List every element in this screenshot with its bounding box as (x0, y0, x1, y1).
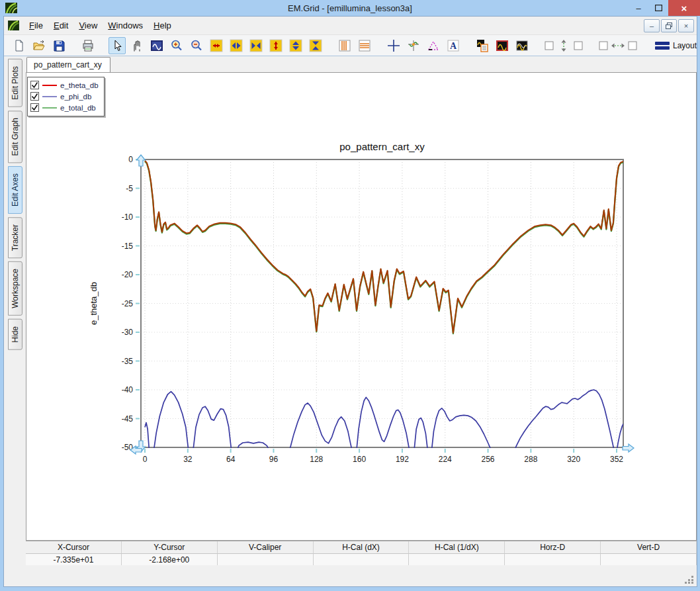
crosshair-icon (387, 39, 400, 52)
svg-text:160: 160 (353, 455, 366, 464)
pan-hand-icon (130, 39, 144, 52)
y-axis-top-handle[interactable] (137, 155, 146, 166)
svg-text:-25: -25 (122, 299, 134, 308)
plot-properties-icon (476, 39, 489, 52)
select-arrow-icon (110, 39, 124, 52)
save-button[interactable] (50, 37, 67, 54)
svg-text:192: 192 (396, 455, 409, 464)
zoom-window-button[interactable] (148, 37, 165, 54)
legend-checkbox-e_total_db[interactable] (30, 103, 39, 112)
chart-canvas[interactable]: 03264961281601922242562883203520-5-10-15… (81, 139, 636, 473)
svg-text:224: 224 (439, 455, 452, 464)
pan-tool-button[interactable] (128, 37, 146, 54)
menu-view[interactable]: View (73, 18, 103, 33)
menu-items: FileEditViewWindowsHelp (24, 18, 177, 33)
text-annotation-button[interactable]: A (445, 37, 462, 54)
print-button[interactable] (79, 37, 97, 54)
svg-text:-15: -15 (122, 242, 134, 251)
curve-e_theta_db (145, 161, 623, 333)
x-axis-right-handle[interactable] (623, 444, 634, 452)
svg-text:128: 128 (310, 455, 323, 464)
stretch-x-out-button[interactable] (228, 37, 245, 54)
legend-row-e_theta_db[interactable]: e_theta_db (30, 79, 99, 91)
sidebar-tab-tracker[interactable]: Tracker (8, 217, 22, 258)
select-tool-button[interactable] (109, 37, 126, 54)
sidebar-tab-workspace[interactable]: Workspace (8, 261, 22, 316)
legend-row-e_phi_db[interactable]: e_phi_db (30, 91, 99, 102)
mdi-window-buttons: – × (644, 19, 694, 32)
expand-x-button[interactable] (208, 37, 225, 54)
svg-text:-45: -45 (122, 414, 134, 424)
app-window: EM.Grid - [emillumina_lesson3a] – × File… (0, 0, 700, 591)
status-bar: X-CursorY-CursorV-CaliperH-Cal (dX)H-Cal… (26, 541, 697, 566)
curve-e_phi_db (145, 390, 623, 459)
tracker-cursor-button[interactable] (405, 37, 422, 54)
curves (145, 161, 623, 459)
crosshair-cursor-button[interactable] (385, 37, 402, 54)
bottom-strip (26, 566, 697, 586)
plot-canvas[interactable]: e_theta_dbe_phi_dbe_total_db 03264961281… (26, 72, 697, 541)
stretch-y-in-button[interactable] (307, 37, 324, 54)
overlay-plots-button[interactable] (513, 37, 531, 54)
sidebar-tab-edit-axes[interactable]: Edit Axes (8, 166, 22, 214)
tracker-cursor-icon (407, 39, 420, 52)
layout-dropdown-button[interactable]: Layout (651, 40, 700, 52)
legend-checkbox-e_theta_db[interactable] (30, 81, 39, 89)
horizontal-grid-lines-button[interactable] (356, 37, 373, 54)
chart-title: po_pattern_cart_xy (339, 141, 425, 152)
maximize-icon (655, 5, 662, 11)
mdi-close-button[interactable]: × (678, 19, 694, 32)
status-value-vert-d (601, 553, 697, 565)
document-logo-icon (8, 21, 19, 30)
legend-label: e_phi_db (60, 93, 91, 101)
svg-text:0: 0 (143, 455, 148, 464)
status-value-h-cal-dx- (314, 553, 410, 565)
mdi-restore-button[interactable] (661, 19, 677, 32)
maximize-button[interactable] (648, 0, 668, 16)
zoom-in-button[interactable] (168, 37, 185, 54)
menu-file[interactable]: File (24, 18, 48, 33)
plot-properties-button[interactable] (474, 37, 491, 54)
menu-help[interactable]: Help (148, 18, 177, 33)
edit-plot-icon (496, 39, 509, 52)
caliper-tool-button[interactable] (425, 37, 442, 54)
legend-line-swatch (42, 85, 57, 86)
stretch-y-out-button[interactable] (287, 37, 304, 54)
status-value-horz-d (505, 553, 601, 565)
resize-grip[interactable] (685, 574, 694, 584)
window-title: EM.Grid - [emillumina_lesson3a] (0, 3, 700, 13)
legend-checkbox-e_phi_db[interactable] (30, 92, 39, 101)
status-header-h-cal-1-dx-: H-Cal (1/dX) (409, 541, 505, 553)
sidebar-tab-hide[interactable]: Hide (8, 319, 22, 350)
status-value-h-cal-1-dx- (409, 553, 505, 565)
svg-text:320: 320 (567, 455, 580, 464)
new-document-button[interactable] (11, 37, 28, 54)
expand-y-button[interactable] (267, 37, 284, 54)
mdi-minimize-button[interactable]: – (644, 19, 660, 32)
edit-plot-button[interactable] (494, 37, 511, 54)
open-file-button[interactable] (30, 37, 48, 54)
zoom-out-button[interactable] (188, 37, 205, 54)
stretch-y-out-icon (289, 39, 302, 52)
menu-bar: FileEditViewWindowsHelp – × (4, 17, 697, 35)
vertical-grid-lines-button[interactable] (336, 37, 353, 54)
status-value-y-cursor: -2.168e+00 (122, 553, 218, 565)
vertical-spacing-group[interactable] (543, 37, 585, 54)
svg-text:288: 288 (524, 455, 537, 464)
menu-edit[interactable]: Edit (48, 18, 73, 33)
sidebar-tab-edit-graph[interactable]: Edit Graph (8, 111, 22, 163)
svg-text:-10: -10 (122, 212, 134, 222)
menu-windows[interactable]: Windows (103, 18, 148, 33)
close-button[interactable]: × (668, 0, 700, 16)
expand-y-icon (269, 39, 283, 52)
sidebar-tab-edit-plots[interactable]: Edit Plots (8, 59, 22, 107)
document-tab[interactable]: po_pattern_cart_xy (26, 57, 110, 72)
stretch-x-in-button[interactable] (247, 37, 265, 54)
layout-label: Layout (673, 41, 697, 50)
open-folder-icon (32, 39, 46, 52)
legend-line-swatch (42, 96, 57, 97)
legend-row-e_total_db[interactable]: e_total_db (30, 102, 99, 113)
svg-text:0: 0 (128, 155, 133, 164)
minimize-button[interactable]: – (629, 0, 648, 16)
horizontal-spacing-group[interactable] (597, 37, 639, 54)
